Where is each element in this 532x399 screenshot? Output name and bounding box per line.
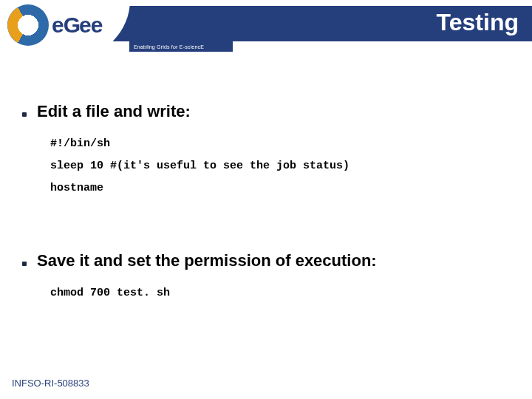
bullet-dot-icon	[22, 112, 27, 117]
bullet-item: Edit a file and write:	[22, 102, 510, 121]
bullet-dot-icon	[22, 262, 27, 266]
content: Edit a file and write: #!/bin/sh sleep 1…	[22, 96, 510, 304]
header-subband: Enabling Grids for E-sciencE	[129, 41, 233, 52]
code-block: #!/bin/sh sleep 10 #(it's useful to see …	[50, 133, 510, 200]
header-subtitle: Enabling Grids for E-sciencE	[134, 44, 204, 50]
page-title: Testing	[437, 9, 519, 36]
footer-ref: INFSO-RI-508833	[12, 378, 89, 389]
logo-text: eGee	[52, 13, 102, 38]
bullet-text: Edit a file and write:	[37, 102, 191, 121]
logo-arc-icon	[7, 4, 49, 46]
slide: eGee Enabling Grids for E-sciencE Testin…	[0, 0, 532, 399]
bullet-item: Save it and set the permission of execut…	[22, 251, 510, 270]
bullet-text: Save it and set the permission of execut…	[37, 251, 377, 270]
code-block: chmod 700 test. sh	[50, 282, 510, 304]
logo: eGee	[7, 3, 126, 47]
